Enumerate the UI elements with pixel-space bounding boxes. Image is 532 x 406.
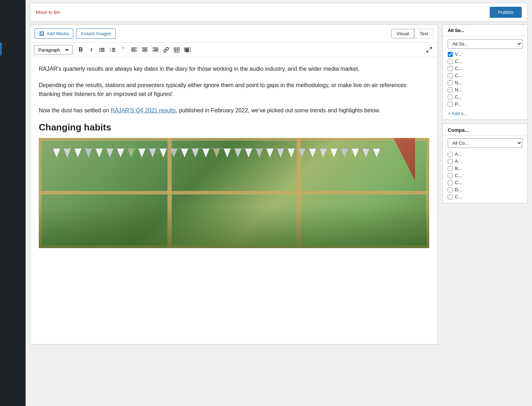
company-panel-title: Compa... <box>443 124 527 135</box>
series-checkbox-7[interactable] <box>448 102 453 107</box>
svg-rect-1 <box>101 48 105 49</box>
editor-content-area[interactable]: RAJAR's quarterly results are always key… <box>30 57 438 306</box>
paragraph-3-before: Now the dust has settled on <box>39 107 111 113</box>
svg-marker-64 <box>309 149 316 157</box>
unordered-list-button[interactable] <box>97 45 107 55</box>
company-checkbox-3[interactable] <box>448 173 453 178</box>
series-checkbox-3[interactable] <box>448 73 453 78</box>
company-item-4: C... <box>448 180 522 185</box>
company-checkbox-0[interactable] <box>448 152 453 157</box>
sidebar-accent <box>0 43 2 55</box>
company-checkbox-2[interactable] <box>448 166 453 171</box>
series-panel: All Se... All Se... V... C... <box>442 25 528 120</box>
svg-point-4 <box>100 51 101 52</box>
format-dropdown[interactable]: Paragraph Heading 1 Heading 2 Heading 3 <box>37 47 70 53</box>
company-label-6: C... <box>455 194 462 199</box>
series-label-6: C... <box>455 94 462 100</box>
series-label-7: P... <box>455 101 461 107</box>
svg-rect-30 <box>185 48 186 49</box>
bold-button[interactable]: B <box>76 45 86 55</box>
company-item-2: B... <box>448 166 522 171</box>
svg-rect-16 <box>142 48 148 48</box>
instant-images-button[interactable]: Instant Images <box>76 28 116 39</box>
series-checkbox-1[interactable] <box>448 59 453 64</box>
align-right-button[interactable] <box>150 45 160 55</box>
post-actions-bar: Move to Bin Publish <box>30 3 528 22</box>
company-item-6: C... <box>448 194 522 199</box>
company-checkbox-list: A... A... B... C... <box>443 150 527 203</box>
svg-marker-57 <box>234 149 241 157</box>
series-item-1: C... <box>448 59 522 64</box>
series-checkbox-6[interactable] <box>448 95 453 100</box>
add-new-series-link[interactable]: + Add n... <box>448 111 467 116</box>
svg-marker-65 <box>320 149 327 157</box>
svg-line-37 <box>430 47 432 49</box>
series-checkbox-4[interactable] <box>448 80 453 85</box>
move-to-bin-link[interactable]: Move to Bin <box>36 10 60 15</box>
series-label-4: N... <box>455 80 462 85</box>
series-item-6: C... <box>448 94 522 100</box>
align-center-button[interactable] <box>140 45 150 55</box>
media-buttons: 🖼 Add Media Instant Images <box>34 28 116 39</box>
rajar-link[interactable]: RAJAR'S Q4 2021 results <box>111 107 176 113</box>
ordered-list-button[interactable]: 1. 2. 3. <box>108 45 118 55</box>
text-tab[interactable]: Text <box>414 29 433 38</box>
insert-link-button[interactable] <box>161 45 171 55</box>
svg-marker-40 <box>53 149 60 157</box>
view-tabs: Visual Text <box>391 29 433 38</box>
svg-marker-43 <box>85 149 92 157</box>
series-item-2: C... <box>448 66 522 71</box>
company-checkbox-5[interactable] <box>448 187 453 192</box>
table-button[interactable] <box>172 45 182 55</box>
svg-rect-32 <box>188 48 189 49</box>
series-checkbox-0[interactable] <box>448 52 453 57</box>
series-label-5: N... <box>455 87 462 92</box>
svg-marker-69 <box>362 149 369 157</box>
series-select[interactable]: All Se... <box>448 39 522 49</box>
visual-tab[interactable]: Visual <box>391 29 414 38</box>
paragraph-2: Depending on the results, stations and p… <box>39 81 429 99</box>
svg-marker-60 <box>266 149 273 157</box>
svg-text:3.: 3. <box>110 50 111 52</box>
svg-point-0 <box>100 48 101 49</box>
company-checkbox-1[interactable] <box>448 159 453 164</box>
paragraph-select[interactable]: Paragraph Heading 1 Heading 2 Heading 3 <box>34 45 73 55</box>
company-checkbox-4[interactable] <box>448 180 453 185</box>
series-checkbox-list: V... C... C... C... <box>448 52 522 107</box>
company-label-4: C... <box>455 180 462 185</box>
svg-marker-67 <box>341 149 348 157</box>
svg-marker-44 <box>96 149 103 157</box>
company-select[interactable]: All Co... <box>448 138 522 148</box>
add-media-button[interactable]: 🖼 Add Media <box>34 28 73 39</box>
svg-rect-14 <box>131 50 137 51</box>
series-checkbox-2[interactable] <box>448 66 453 71</box>
svg-marker-55 <box>213 149 220 157</box>
series-checkbox-5[interactable] <box>448 87 453 92</box>
italic-button[interactable]: I <box>86 45 96 55</box>
publish-button[interactable]: Publish <box>490 7 522 18</box>
fullscreen-button[interactable] <box>424 45 434 55</box>
svg-rect-35 <box>188 50 189 50</box>
instant-images-label: Instant Images <box>81 31 111 36</box>
svg-marker-42 <box>74 149 81 157</box>
editor-image-bunting <box>39 138 429 248</box>
editor-toolbar: Paragraph Heading 1 Heading 2 Heading 3 … <box>30 43 438 57</box>
svg-marker-49 <box>149 149 156 157</box>
align-left-button[interactable] <box>129 45 139 55</box>
keyboard-shortcut-button[interactable] <box>182 45 192 55</box>
paragraph-3-after: , published in February 2022, we've pick… <box>176 107 380 113</box>
svg-marker-45 <box>106 149 113 157</box>
company-checkbox-6[interactable] <box>448 194 453 199</box>
svg-marker-41 <box>64 149 71 157</box>
svg-rect-15 <box>131 52 135 52</box>
greenery-overlay <box>39 205 429 248</box>
series-item-5: N... <box>448 87 522 92</box>
blockquote-button[interactable]: " <box>118 45 128 55</box>
media-bar: 🖼 Add Media Instant Images Visual Text <box>30 25 438 43</box>
company-label-0: A... <box>455 151 462 157</box>
svg-rect-18 <box>142 50 148 51</box>
wp-admin-sidebar <box>0 0 26 406</box>
series-item-4: N... <box>448 80 522 85</box>
svg-rect-24 <box>174 47 179 52</box>
svg-rect-9 <box>112 49 115 50</box>
